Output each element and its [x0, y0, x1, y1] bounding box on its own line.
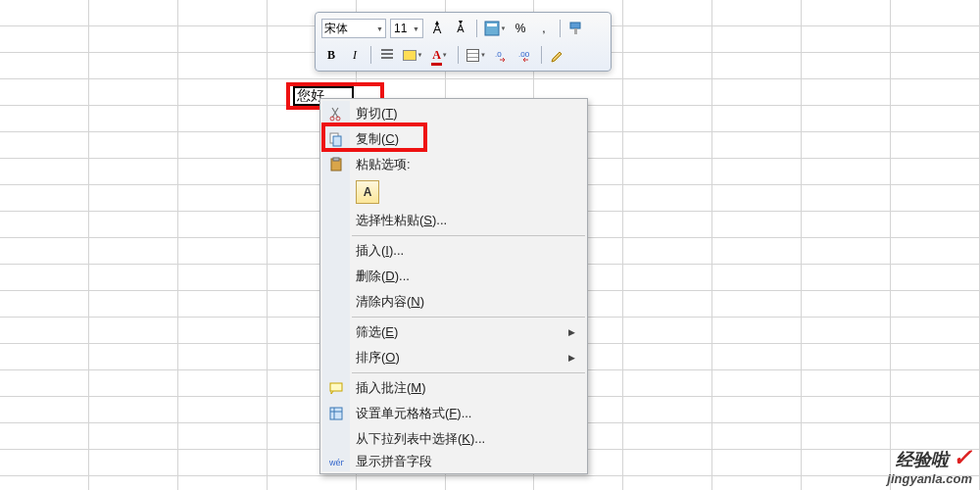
- grid-cell[interactable]: [178, 212, 268, 238]
- grid-cell[interactable]: [0, 26, 89, 53]
- grid-cell[interactable]: [89, 344, 178, 370]
- grid-cell[interactable]: [623, 238, 712, 265]
- grid-cell[interactable]: [89, 0, 178, 26]
- grid-cell[interactable]: [623, 53, 712, 79]
- grid-cell[interactable]: [802, 132, 891, 159]
- grid-cell[interactable]: [89, 476, 178, 490]
- grid-cell[interactable]: [623, 79, 712, 106]
- grid-cell[interactable]: [623, 265, 712, 291]
- bold-button[interactable]: B: [321, 45, 341, 65]
- grid-cell[interactable]: [89, 370, 178, 397]
- menu-delete[interactable]: 删除(D)...: [322, 264, 585, 289]
- font-size-select[interactable]: 11 ▼: [390, 19, 423, 38]
- grid-cell[interactable]: [89, 212, 178, 238]
- grid-cell[interactable]: [891, 132, 980, 159]
- grid-cell[interactable]: [891, 370, 980, 397]
- grid-cell[interactable]: [0, 212, 89, 238]
- grid-cell[interactable]: [891, 397, 980, 423]
- grid-cell[interactable]: [891, 0, 980, 26]
- grid-cell[interactable]: [89, 291, 178, 318]
- grid-cell[interactable]: [623, 370, 712, 397]
- comma-button[interactable]: ,: [534, 19, 554, 38]
- grid-cell[interactable]: [712, 370, 802, 397]
- grid-cell[interactable]: [623, 344, 712, 370]
- grid-cell[interactable]: [0, 450, 89, 476]
- grid-cell[interactable]: [802, 265, 891, 291]
- grid-cell[interactable]: [891, 238, 980, 265]
- grid-cell[interactable]: [268, 476, 357, 490]
- grid-cell[interactable]: [178, 238, 268, 265]
- grid-cell[interactable]: [0, 79, 89, 106]
- grid-cell[interactable]: [712, 79, 802, 106]
- grid-cell[interactable]: [891, 212, 980, 238]
- grid-cell[interactable]: [0, 370, 89, 397]
- grid-cell[interactable]: [89, 450, 178, 476]
- grid-cell[interactable]: [623, 212, 712, 238]
- grid-cell[interactable]: [802, 26, 891, 53]
- grid-cell[interactable]: [891, 185, 980, 212]
- paste-keep-text-button[interactable]: A: [356, 180, 379, 204]
- font-color-button[interactable]: A: [428, 45, 452, 65]
- grid-cell[interactable]: [0, 265, 89, 291]
- grid-cell[interactable]: [802, 53, 891, 79]
- grid-cell[interactable]: [891, 159, 980, 185]
- grid-cell[interactable]: [712, 344, 802, 370]
- grid-cell[interactable]: [0, 423, 89, 450]
- grid-cell[interactable]: [712, 423, 802, 450]
- grid-cell[interactable]: [357, 476, 446, 490]
- menu-sort[interactable]: 排序(O): [322, 345, 585, 370]
- grid-cell[interactable]: [802, 185, 891, 212]
- grid-cell[interactable]: [0, 291, 89, 318]
- menu-dropdown-list[interactable]: 从下拉列表中选择(K)...: [322, 426, 585, 452]
- grid-cell[interactable]: [712, 185, 802, 212]
- grid-cell[interactable]: [89, 106, 178, 132]
- grid-cell[interactable]: [89, 265, 178, 291]
- borders-button[interactable]: [465, 45, 488, 65]
- grid-cell[interactable]: [0, 238, 89, 265]
- increase-decimal-button[interactable]: .00: [515, 45, 535, 65]
- grid-cell[interactable]: [802, 79, 891, 106]
- grid-cell[interactable]: [0, 0, 89, 26]
- grid-cell[interactable]: [0, 344, 89, 370]
- grid-cell[interactable]: [623, 0, 712, 26]
- italic-button[interactable]: I: [345, 45, 365, 65]
- grid-cell[interactable]: [0, 318, 89, 344]
- grid-cell[interactable]: [802, 397, 891, 423]
- grid-cell[interactable]: [0, 159, 89, 185]
- grid-cell[interactable]: [712, 106, 802, 132]
- grid-cell[interactable]: [891, 26, 980, 53]
- grid-cell[interactable]: [89, 79, 178, 106]
- grid-cell[interactable]: [178, 79, 268, 106]
- grid-cell[interactable]: [891, 53, 980, 79]
- grid-cell[interactable]: [712, 291, 802, 318]
- grid-cell[interactable]: [891, 106, 980, 132]
- menu-copy[interactable]: 复制(C): [322, 126, 585, 152]
- grid-cell[interactable]: [89, 318, 178, 344]
- grid-cell[interactable]: [712, 212, 802, 238]
- grid-cell[interactable]: [891, 79, 980, 106]
- grid-cell[interactable]: [178, 291, 268, 318]
- grid-cell[interactable]: [446, 476, 535, 490]
- grid-cell[interactable]: [178, 397, 268, 423]
- fill-color-button[interactable]: [401, 45, 424, 65]
- grid-cell[interactable]: [802, 476, 891, 490]
- grid-cell[interactable]: [891, 318, 980, 344]
- menu-format-cells[interactable]: 设置单元格格式(F)...: [322, 401, 585, 426]
- grid-cell[interactable]: [0, 397, 89, 423]
- grid-cell[interactable]: [712, 265, 802, 291]
- grid-cell[interactable]: [178, 132, 268, 159]
- grid-cell[interactable]: [802, 0, 891, 26]
- grid-cell[interactable]: [802, 291, 891, 318]
- menu-pinyin[interactable]: wén 显示拼音字段: [322, 452, 585, 471]
- grid-cell[interactable]: [178, 344, 268, 370]
- grid-cell[interactable]: [623, 132, 712, 159]
- grid-cell[interactable]: [178, 106, 268, 132]
- grid-cell[interactable]: [89, 53, 178, 79]
- grid-cell[interactable]: [712, 26, 802, 53]
- grid-cell[interactable]: [712, 132, 802, 159]
- grid-cell[interactable]: [802, 238, 891, 265]
- grid-cell[interactable]: [802, 318, 891, 344]
- menu-comment[interactable]: 插入批注(M): [322, 375, 585, 401]
- grid-cell[interactable]: [712, 159, 802, 185]
- grid-cell[interactable]: [623, 397, 712, 423]
